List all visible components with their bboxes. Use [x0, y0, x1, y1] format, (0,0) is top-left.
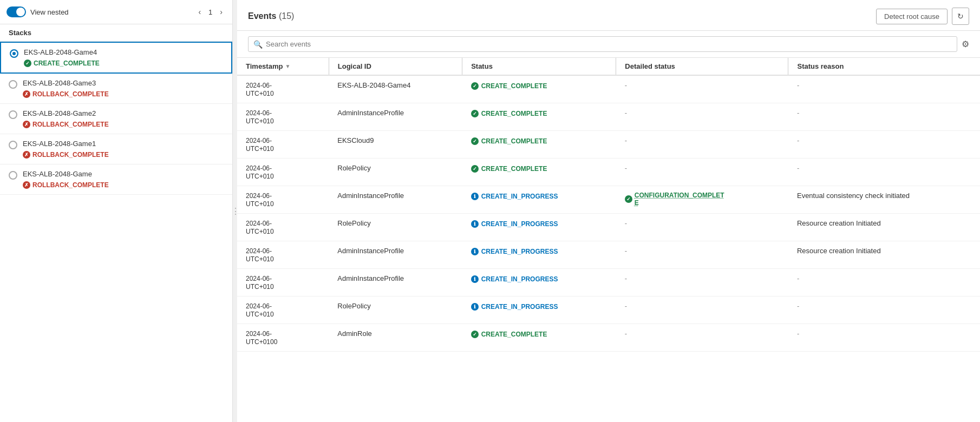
col-header-timestamp[interactable]: Timestamp ▼	[237, 58, 329, 75]
col-header-logical-id: Logical ID	[329, 58, 462, 75]
cell-timestamp: 2024-06-UTC+010	[237, 214, 329, 241]
cell-detailed-status: ✓ CONFIGURATION_COMPLETE	[616, 186, 788, 214]
status-text: ROLLBACK_COMPLETE	[32, 181, 109, 189]
cell-detailed-status: -	[616, 75, 788, 103]
stack-item[interactable]: EKS-ALB-2048-Game1 ✗ ROLLBACK_COMPLETE	[0, 134, 232, 164]
cell-status-reason: -	[788, 324, 980, 352]
view-nested-toggle[interactable]	[6, 6, 26, 17]
cell-detailed-status: -	[616, 131, 788, 159]
right-panel: Events (15) Detect root cause ↻ 🔍 ⚙ Time…	[237, 0, 980, 422]
cell-status: ✓ CREATE_COMPLETE	[462, 159, 616, 186]
status-info-icon: ℹ	[471, 248, 479, 255]
cell-status: ℹ CREATE_IN_PROGRESS	[462, 241, 616, 269]
stack-content: EKS-ALB-2048-Game4 ✓ CREATE_COMPLETE	[24, 48, 223, 67]
status-check-icon: ✓	[471, 137, 479, 145]
cell-status-reason: -	[788, 75, 980, 103]
cell-logical-id: RolePolicy	[329, 296, 462, 324]
cell-detailed-status: -	[616, 214, 788, 241]
cell-status: ✓ CREATE_COMPLETE	[462, 75, 616, 103]
stack-item[interactable]: EKS-ALB-2048-Game3 ✗ ROLLBACK_COMPLETE	[0, 74, 232, 104]
detect-root-cause-button[interactable]: Detect root cause	[876, 9, 948, 24]
cell-logical-id: RolePolicy	[329, 159, 462, 186]
table-row: 2024-06-UTC+010 AdminInstanceProfile ℹ C…	[237, 241, 980, 269]
cell-timestamp: 2024-06-UTC+010	[237, 241, 329, 269]
stack-name: EKS-ALB-2048-Game1	[23, 140, 224, 148]
refresh-button[interactable]: ↻	[952, 8, 969, 25]
search-input[interactable]	[248, 36, 957, 52]
stack-name: EKS-ALB-2048-Game2	[23, 109, 224, 117]
events-data-table: Timestamp ▼ Logical ID Status Detailed s…	[237, 58, 980, 352]
cell-detailed-status: -	[616, 296, 788, 324]
cell-logical-id: RolePolicy	[329, 214, 462, 241]
cell-status: ✓ CREATE_COMPLETE	[462, 131, 616, 159]
cell-logical-id: AdminInstanceProfile	[329, 269, 462, 296]
search-bar: 🔍 ⚙	[237, 31, 980, 58]
cell-status-reason: -	[788, 131, 980, 159]
stack-name: EKS-ALB-2048-Game	[23, 170, 224, 178]
cell-status-reason: Resource creation Initiated	[788, 241, 980, 269]
cell-timestamp: 2024-06-UTC+010	[237, 296, 329, 324]
cell-status: ℹ CREATE_IN_PROGRESS	[462, 186, 616, 214]
cell-logical-id: EKSCloud9	[329, 131, 462, 159]
cell-logical-id: AdminInstanceProfile	[329, 186, 462, 214]
stack-content: EKS-ALB-2048-Game3 ✗ ROLLBACK_COMPLETE	[23, 79, 224, 98]
cell-status-reason: Eventual consistency check initiated	[788, 186, 980, 214]
stack-item[interactable]: EKS-ALB-2048-Game ✗ ROLLBACK_COMPLETE	[0, 164, 232, 195]
col-header-status: Status	[462, 58, 616, 75]
status-badge: ✗ ROLLBACK_COMPLETE	[23, 181, 109, 189]
table-row: 2024-06-UTC+0100 AdminRole ✓ CREATE_COMP…	[237, 324, 980, 352]
cell-logical-id: AdminInstanceProfile	[329, 241, 462, 269]
status-badge: ✗ ROLLBACK_COMPLETE	[23, 121, 109, 128]
col-header-status-reason: Status reason	[788, 58, 980, 75]
status-error-icon: ✗	[23, 181, 30, 189]
search-input-wrapper: 🔍	[248, 36, 957, 52]
detail-check-icon: ✓	[625, 195, 632, 203]
table-row: 2024-06-UTC+010 RolePolicy ✓ CREATE_COMP…	[237, 159, 980, 186]
panel-divider[interactable]: ⋮	[233, 0, 237, 422]
status-info-icon: ℹ	[471, 193, 479, 200]
cell-logical-id: EKS-ALB-2048-Game4	[329, 75, 462, 103]
stack-content: EKS-ALB-2048-Game ✗ ROLLBACK_COMPLETE	[23, 170, 224, 189]
status-info-icon: ℹ	[471, 220, 479, 228]
pagination-prev-button[interactable]: ‹	[195, 6, 204, 17]
header-actions: Detect root cause ↻	[876, 8, 969, 25]
status-badge: ✗ ROLLBACK_COMPLETE	[23, 151, 109, 159]
events-label: Events	[248, 11, 279, 21]
settings-icon[interactable]: ⚙	[962, 39, 969, 49]
cell-status-reason: -	[788, 159, 980, 186]
stack-item[interactable]: EKS-ALB-2048-Game2 ✗ ROLLBACK_COMPLETE	[0, 104, 232, 134]
cell-detailed-status: -	[616, 324, 788, 352]
cell-detailed-status: -	[616, 269, 788, 296]
stack-content: EKS-ALB-2048-Game2 ✗ ROLLBACK_COMPLETE	[23, 109, 224, 128]
cell-detailed-status: -	[616, 159, 788, 186]
status-info-icon: ℹ	[471, 275, 479, 283]
cell-detailed-status: -	[616, 241, 788, 269]
refresh-icon: ↻	[957, 12, 964, 21]
stack-item[interactable]: EKS-ALB-2048-Game4 ✓ CREATE_COMPLETE	[0, 42, 232, 74]
status-check-icon: ✓	[471, 331, 479, 338]
status-info-icon: ℹ	[471, 303, 479, 311]
cell-status: ✓ CREATE_COMPLETE	[462, 103, 616, 131]
cell-logical-id: AdminRole	[329, 324, 462, 352]
status-check-icon: ✓	[471, 165, 479, 173]
cell-timestamp: 2024-06-UTC+010	[237, 75, 329, 103]
status-text: ROLLBACK_COMPLETE	[32, 90, 109, 98]
pagination-next-button[interactable]: ›	[217, 6, 226, 17]
cell-timestamp: 2024-06-UTC+0100	[237, 324, 329, 352]
cell-status: ℹ CREATE_IN_PROGRESS	[462, 269, 616, 296]
cell-timestamp: 2024-06-UTC+010	[237, 186, 329, 214]
pagination: ‹ 1 ›	[195, 4, 226, 19]
status-text: ROLLBACK_COMPLETE	[32, 121, 109, 128]
status-badge: ✗ ROLLBACK_COMPLETE	[23, 90, 109, 98]
cell-status-reason: -	[788, 296, 980, 324]
cell-status: ✓ CREATE_COMPLETE	[462, 324, 616, 352]
cell-timestamp: 2024-06-UTC+010	[237, 269, 329, 296]
status-text: ROLLBACK_COMPLETE	[32, 151, 109, 159]
table-row: 2024-06-UTC+010 AdminInstanceProfile ℹ C…	[237, 186, 980, 214]
status-error-icon: ✗	[23, 121, 30, 128]
status-check-icon: ✓	[471, 110, 479, 117]
cell-logical-id: AdminInstanceProfile	[329, 103, 462, 131]
events-header: Events (15) Detect root cause ↻	[237, 0, 980, 31]
cell-detailed-status: -	[616, 103, 788, 131]
search-icon: 🔍	[253, 40, 263, 49]
